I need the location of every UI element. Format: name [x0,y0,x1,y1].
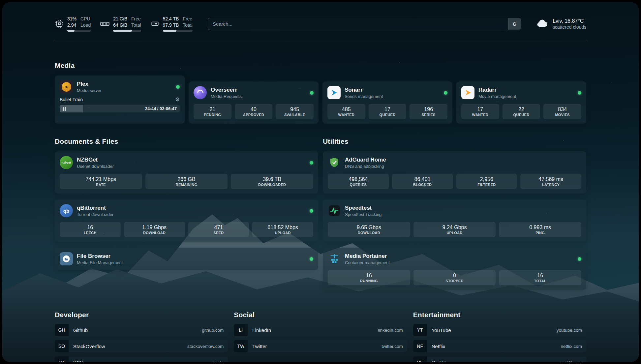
bookmark-stackoverflow[interactable]: SO StackOverflow stackoverflow.com [55,340,228,352]
disk-free-label: Free [183,16,193,22]
cpu-meter [67,30,91,32]
status-dot [578,257,581,261]
stat-blocked: 86,401BLOCKED [392,174,453,189]
qbittorrent-icon: qb [60,204,73,217]
disk-total-value: 97.9 TB [163,22,179,28]
cpu-label: CPU [80,16,91,22]
bookmark-name: Github [73,327,88,333]
section-title-entertainment: Entertainment [413,311,586,319]
search-input[interactable] [208,18,508,30]
bookmark-github[interactable]: GH Github github.com [55,324,228,336]
stat-queued: 17QUEUED [369,104,407,119]
stat-remaining: 266 GBREMAINING [145,174,228,189]
section-title-utilities: Utilities [323,137,586,145]
weather-widget: Lviv, 16.87°C scattered clouds [536,18,586,30]
bookmark-abbr: YT [413,324,427,336]
service-card-radarr[interactable]: Radarr Movie management 17WANTED 22QUEUE… [456,81,586,124]
section-title-developer: Developer [55,311,228,319]
adguard-icon [328,156,341,169]
filebrowser-icon [60,252,73,265]
status-dot [310,161,313,165]
topbar: 31% 2.94 CPU Load [55,13,586,34]
service-description: DNS and adblocking [345,164,386,169]
bookmark-name: StackOverflow [73,344,105,349]
cloud-icon [536,18,549,29]
bookmark-netflix[interactable]: NF Netflix netflix.com [413,340,586,352]
bookmark-group-entertainment: Entertainment YT YouTube youtube.com NF … [413,311,586,362]
bookmark-abbr: RE [413,356,427,362]
media-card-row: > Plex Media server Bullet Train ⚙ [55,76,586,124]
service-card-overseerr[interactable]: Overseerr Media Requests 21PENDING 40APP… [189,81,319,124]
service-card-filebrowser[interactable]: File Browser Media File Management [55,248,318,270]
documents-column: Documents & Files nzbget NZBGet Usenet d… [55,137,318,290]
stat-latency: 47.569 msLATENCY [520,174,581,189]
memory-free-label: Free [131,16,141,22]
weather-location: Lviv, 16.87°C [553,18,586,25]
gear-icon[interactable]: ⚙ [175,96,180,103]
service-card-adguard[interactable]: AdGuard Home DNS and adblocking 498,564Q… [323,151,586,194]
service-card-speedtest[interactable]: Speedtest Speedtest Tracking 9.65 GbpsDO… [323,199,586,242]
service-name: qBittorrent [77,205,113,211]
service-name: Media Portainer [345,253,390,259]
search-provider-button[interactable]: G [508,18,521,30]
bookmark-linkedin[interactable]: LI LinkedIn linkedin.com [234,324,407,336]
bookmark-reddit[interactable]: RE Reddit reddit.com [413,356,586,362]
service-name: Speedtest [345,205,382,211]
section-title-media: Media [55,62,586,70]
now-playing-title: Bullet Train [60,97,83,102]
status-dot [310,91,314,95]
bookmark-name: Reddit [432,360,446,362]
portainer-icon [328,252,341,265]
stat-total: 16TOTAL [499,270,581,285]
stat-approved: 40APPROVED [235,104,273,119]
disk-icon [150,19,160,28]
status-dot [578,91,581,95]
memory-widget: 21 GiB 64 GiB Free Total [100,16,141,31]
stat-filtered: 2,956FILTERED [456,174,517,189]
bookmarks-section: Developer GH Github github.com SO StackO… [55,311,586,362]
service-name: AdGuard Home [345,157,386,163]
service-card-qbittorrent[interactable]: qb qBittorrent Torrent downloader 16LEEC… [55,199,318,242]
bookmark-abbr: NF [413,340,427,352]
bookmark-name: YouTube [432,327,451,333]
search-bar: G [208,18,521,30]
stat-available: 945AVAILABLE [276,104,314,119]
stat-running: 16RUNNING [328,270,410,285]
cpu-load-label: Load [80,22,91,28]
service-card-nzbget[interactable]: nzbget NZBGet Usenet downloader 744.21 M… [55,151,318,194]
service-card-portainer[interactable]: Media Portainer Container management 16R… [323,248,586,290]
bookmark-domain: github.com [202,328,224,333]
memory-icon [100,19,110,28]
stat-wanted: 485WANTED [327,104,365,119]
bookmark-dev[interactable]: DT DEV dev.to [55,356,228,362]
nzbget-icon: nzbget [60,156,73,169]
service-description: Usenet downloader [77,164,114,169]
memory-total-value: 64 GiB [113,22,127,28]
service-card-plex[interactable]: > Plex Media server Bullet Train ⚙ [55,76,185,124]
service-name: Radarr [478,87,516,93]
service-name: NZBGet [77,157,114,163]
stat-downloaded: 39.6 TBDOWNLOADED [231,174,313,189]
bookmark-name: DEV [73,360,83,362]
status-dot [310,257,313,261]
stat-download: 1.19 GbpsDOWNLOAD [124,222,185,237]
stat-download: 9.65 GbpsDOWNLOAD [328,222,410,237]
stat-seed: 471SEED [188,222,249,237]
bookmark-youtube[interactable]: YT YouTube youtube.com [413,324,586,336]
playback-progress-bar[interactable]: 24:44 / 02:06:47 [60,105,180,112]
bookmark-abbr: TW [234,340,248,352]
bookmark-domain: stackoverflow.com [187,344,224,349]
bookmark-abbr: GH [55,324,69,336]
pause-icon[interactable] [63,107,66,111]
service-name: File Browser [77,253,123,259]
bookmark-domain: dev.to [212,360,224,362]
utilities-column: Utilities AdGuard Home DNS and [323,137,586,290]
bookmark-domain: twitter.com [382,344,403,349]
background-snow-specks [2,2,3,3]
bookmark-twitter[interactable]: TW Twitter twitter.com [234,340,407,352]
service-card-sonarr[interactable]: Sonarr Series management 485WANTED 17QUE… [322,81,452,124]
disk-free-value: 52.4 TB [163,16,179,22]
service-name: Plex [77,81,102,87]
speedtest-icon [328,204,341,217]
weather-condition: scattered clouds [553,24,586,30]
